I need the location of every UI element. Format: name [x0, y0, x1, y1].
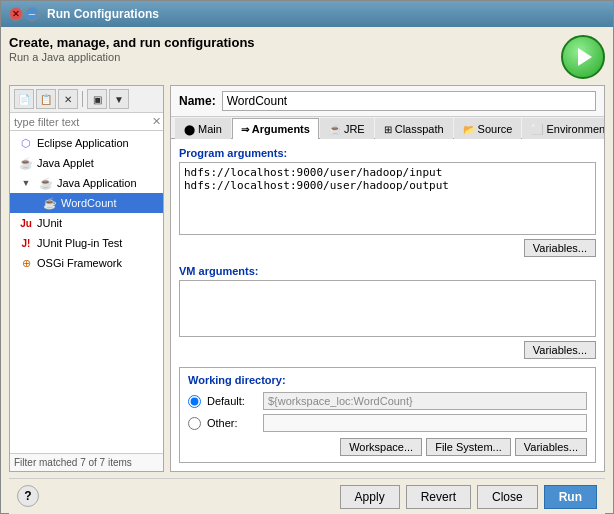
run-large-button[interactable]: [561, 35, 605, 79]
tabs-bar: ⬤ Main ⇒ Arguments ☕ JRE ⊞ Classpath: [171, 117, 604, 139]
tree-item-osgi[interactable]: ⊕ OSGi Framework: [10, 253, 163, 273]
plugin-icon: J!: [18, 235, 34, 251]
run-button[interactable]: Run: [544, 485, 597, 509]
source-tab-icon: 📂: [463, 124, 475, 135]
tree-item-label: Java Application: [57, 177, 137, 189]
workspace-button[interactable]: Workspace...: [340, 438, 422, 456]
variables-row-1: Variables...: [179, 239, 596, 257]
header-area: Create, manage, and run configurations R…: [9, 35, 605, 79]
tab-source[interactable]: 📂 Source: [454, 118, 522, 139]
tree-area: ⬡ Eclipse Application ☕ Java Applet ▼ ☕ …: [10, 131, 163, 453]
close-button[interactable]: Close: [477, 485, 538, 509]
sidebar-footer: Filter matched 7 of 7 items: [10, 453, 163, 471]
filter-box: ✕: [10, 113, 163, 131]
tab-jre[interactable]: ☕ JRE: [320, 118, 374, 139]
other-dir-input[interactable]: [263, 414, 587, 432]
vm-args-label: VM arguments:: [179, 265, 596, 277]
java-app-icon: ☕: [38, 175, 54, 191]
vm-args-input[interactable]: [180, 281, 595, 333]
tab-environment[interactable]: ⬜ Environment: [522, 118, 605, 139]
dir-buttons: Workspace... File System... Variables...: [188, 438, 587, 456]
bottom-action-buttons: Apply Revert Close Run: [45, 485, 597, 509]
tab-main[interactable]: ⬤ Main: [175, 118, 231, 139]
wordcount-icon: ☕: [42, 195, 58, 211]
tab-arguments[interactable]: ⇒ Arguments: [232, 118, 319, 139]
tab-main-label: Main: [198, 123, 222, 135]
tree-item-label: WordCount: [61, 197, 116, 209]
window-title: Run Configurations: [47, 7, 159, 21]
copy-config-button[interactable]: 📋: [36, 89, 56, 109]
delete-config-button[interactable]: ✕: [58, 89, 78, 109]
variables-button-3[interactable]: Variables...: [515, 438, 587, 456]
filter-input[interactable]: [14, 116, 152, 128]
tree-item-label: JUnit Plug-in Test: [37, 237, 122, 249]
applet-icon: ☕: [18, 155, 34, 171]
working-dir-section: Working directory: Default: Other:: [179, 367, 596, 463]
default-radio[interactable]: [188, 395, 201, 408]
junit-icon: Ju: [18, 215, 34, 231]
classpath-tab-icon: ⊞: [384, 124, 392, 135]
default-dir-input: [263, 392, 587, 410]
window-body: Create, manage, and run configurations R…: [1, 27, 613, 514]
config-content: Program arguments: hdfs://localhost:9000…: [171, 139, 604, 471]
tree-item-java-applet[interactable]: ☕ Java Applet: [10, 153, 163, 173]
program-args-wrapper: hdfs://localhost:9000/user/hadoop/input …: [179, 162, 596, 235]
bottom-bar: ? Apply Revert Close Run: [9, 478, 605, 514]
arguments-tab-icon: ⇒: [241, 124, 249, 135]
vm-args-wrapper: [179, 280, 596, 337]
apply-button[interactable]: Apply: [340, 485, 400, 509]
other-radio-row: Other:: [188, 414, 587, 432]
default-radio-label: Default:: [207, 395, 257, 407]
tree-item-label: Java Applet: [37, 157, 94, 169]
name-label: Name:: [179, 94, 216, 108]
header-text-area: Create, manage, and run configurations R…: [9, 35, 561, 63]
help-button[interactable]: ?: [17, 485, 39, 507]
header-title: Create, manage, and run configurations: [9, 35, 561, 50]
eclipse-icon: ⬡: [18, 135, 34, 151]
osgi-icon: ⊕: [18, 255, 34, 271]
tree-item-wordcount[interactable]: ☕ WordCount: [10, 193, 163, 213]
variables-row-2: Variables...: [179, 341, 596, 359]
tab-source-label: Source: [478, 123, 513, 135]
title-bar-controls: ✕ ─: [9, 7, 39, 21]
new-config-button[interactable]: 📄: [14, 89, 34, 109]
tab-classpath-label: Classpath: [395, 123, 444, 135]
tree-item-junit[interactable]: Ju JUnit: [10, 213, 163, 233]
tree-item-label: Eclipse Application: [37, 137, 129, 149]
env-tab-icon: ⬜: [531, 124, 543, 135]
tree-item-label: OSGi Framework: [37, 257, 122, 269]
tab-environment-label: Environment: [546, 123, 605, 135]
tree-item-junit-plugin[interactable]: J! JUnit Plug-in Test: [10, 233, 163, 253]
program-args-input[interactable]: hdfs://localhost:9000/user/hadoop/input …: [180, 163, 595, 231]
name-input[interactable]: [222, 91, 596, 111]
tab-jre-label: JRE: [344, 123, 365, 135]
toolbar-separator: [82, 91, 83, 107]
filter1-button[interactable]: ▣: [87, 89, 107, 109]
header-subtitle: Run a Java application: [9, 51, 561, 63]
other-radio-label: Other:: [207, 417, 257, 429]
filter-clear-button[interactable]: ✕: [152, 115, 161, 128]
expand-icon: ▼: [18, 175, 34, 191]
sidebar-toolbar: 📄 📋 ✕ ▣ ▼: [10, 86, 163, 113]
filesystem-button[interactable]: File System...: [426, 438, 511, 456]
working-dir-header: Working directory:: [188, 374, 587, 386]
variables-button-2[interactable]: Variables...: [524, 341, 596, 359]
minimize-window-button[interactable]: ─: [25, 7, 39, 21]
jre-tab-icon: ☕: [329, 124, 341, 135]
tree-item-eclipse-application[interactable]: ⬡ Eclipse Application: [10, 133, 163, 153]
close-window-button[interactable]: ✕: [9, 7, 23, 21]
tab-arguments-label: Arguments: [252, 123, 310, 135]
right-panel: Name: ⬤ Main ⇒ Arguments ☕ JRE: [170, 85, 605, 472]
run-configurations-window: ✕ ─ Run Configurations Create, manage, a…: [0, 0, 614, 514]
title-bar: ✕ ─ Run Configurations: [1, 1, 613, 27]
program-args-label: Program arguments:: [179, 147, 596, 159]
other-radio[interactable]: [188, 417, 201, 430]
revert-button[interactable]: Revert: [406, 485, 471, 509]
filter2-button[interactable]: ▼: [109, 89, 129, 109]
tree-item-java-application[interactable]: ▼ ☕ Java Application: [10, 173, 163, 193]
name-bar: Name:: [171, 86, 604, 117]
tab-classpath[interactable]: ⊞ Classpath: [375, 118, 453, 139]
default-radio-row: Default:: [188, 392, 587, 410]
variables-button-1[interactable]: Variables...: [524, 239, 596, 257]
sidebar: 📄 📋 ✕ ▣ ▼ ✕ ⬡ Eclipse Application: [9, 85, 164, 472]
